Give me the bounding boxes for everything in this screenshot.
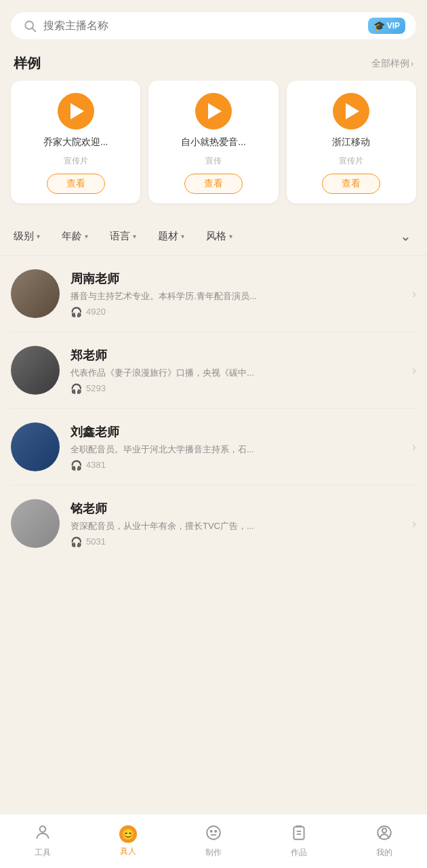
filter-item-年龄[interactable]: 年龄▾ [51, 230, 99, 243]
host-count-0: 4920 [86, 307, 106, 317]
host-item-2[interactable]: 刘鑫老师 全职配音员。毕业于河北大学播音主持系，石... 🎧 4381 › [11, 409, 416, 486]
bottom-nav: 工具😊真人制作作品我的 [0, 814, 427, 868]
sample-view-button-2[interactable]: 查看 [322, 174, 380, 194]
play-icon-1 [208, 103, 222, 119]
chevron-right-icon: › [411, 59, 413, 68]
section-header: 样例 全部样例 › [0, 49, 427, 81]
svg-line-1 [33, 28, 36, 32]
nav-item-我的[interactable]: 我的 [342, 814, 427, 868]
nav-icon-0 [34, 824, 52, 844]
sample-title-0: 乔家大院欢迎... [20, 136, 131, 149]
host-item-1[interactable]: 郑老师 代表作品《妻子浪漫旅行》口播，央视《碳中... 🎧 5293 › [11, 332, 416, 409]
nav-label-0: 工具 [35, 847, 51, 859]
svg-point-10 [382, 829, 387, 833]
nav-icon-1: 😊 [119, 825, 137, 843]
filter-item-级别[interactable]: 级别▾ [11, 230, 51, 243]
svg-point-5 [215, 831, 216, 832]
nav-item-作品[interactable]: 作品 [256, 814, 342, 868]
host-list: 周南老师 播音与主持艺术专业。本科学历.青年配音演员... 🎧 4920 › 郑… [0, 256, 427, 561]
sample-tag-0: 宣传片 [64, 155, 88, 167]
host-count-1: 5293 [86, 383, 106, 393]
sample-tag-1: 宣传 [205, 155, 222, 167]
svg-point-4 [211, 831, 212, 832]
play-button-0[interactable] [58, 93, 94, 130]
search-input[interactable] [43, 20, 404, 32]
host-info-3: 铭老师 资深配音员，从业十年有余，擅长TVC广告，... 🎧 5031 [70, 500, 401, 547]
samples-container: 乔家大院欢迎... 宣传片 查看 自小就热爱音... 宣传 查看 浙江移动 宣传… [0, 81, 427, 217]
play-icon-0 [70, 103, 84, 119]
nav-label-3: 作品 [291, 847, 307, 859]
nav-icon-2 [205, 824, 222, 844]
nav-item-真人[interactable]: 😊真人 [85, 814, 171, 868]
filter-item-题材[interactable]: 题材▾ [147, 230, 195, 243]
host-item-0[interactable]: 周南老师 播音与主持艺术专业。本科学历.青年配音演员... 🎧 4920 › [11, 256, 416, 332]
host-desc-1: 代表作品《妻子浪漫旅行》口播，央视《碳中... [70, 367, 401, 379]
host-avatar-0 [11, 269, 60, 318]
nav-active-icon: 😊 [119, 825, 137, 843]
host-chevron-icon-2: › [412, 440, 416, 454]
svg-point-3 [207, 826, 220, 840]
play-button-2[interactable] [333, 93, 369, 130]
host-stats-1: 🎧 5293 [70, 383, 401, 394]
filter-label-1: 年龄 [62, 230, 82, 243]
section-title: 样例 [14, 54, 41, 73]
expand-icon: ⌄ [400, 228, 411, 244]
svg-point-2 [40, 826, 46, 832]
host-stats-2: 🎧 4381 [70, 460, 401, 471]
sample-view-button-0[interactable]: 查看 [47, 174, 105, 194]
host-desc-3: 资深配音员，从业十年有余，擅长TVC广告，... [70, 520, 401, 532]
filter-label-3: 题材 [158, 230, 178, 243]
sample-card-2: 浙江移动 宣传片 查看 [287, 81, 416, 203]
filter-dropdown-icon-3: ▾ [181, 233, 184, 240]
filter-expand-button[interactable]: ⌄ [394, 225, 416, 247]
filter-dropdown-icon-1: ▾ [85, 233, 88, 240]
host-chevron-icon-0: › [412, 287, 416, 301]
headphone-icon-0: 🎧 [70, 307, 82, 317]
filter-dropdown-icon-4: ▾ [229, 233, 232, 240]
host-info-0: 周南老师 播音与主持艺术专业。本科学历.青年配音演员... 🎧 4920 [70, 271, 401, 317]
nav-item-制作[interactable]: 制作 [171, 814, 256, 868]
filter-item-风格[interactable]: 风格▾ [195, 230, 243, 243]
play-icon-2 [346, 103, 359, 119]
host-info-1: 郑老师 代表作品《妻子浪漫旅行》口播，央视《碳中... 🎧 5293 [70, 347, 401, 394]
filter-label-4: 风格 [206, 230, 226, 243]
host-avatar-3 [11, 499, 60, 548]
host-count-2: 4381 [86, 460, 106, 470]
nav-icon-4 [375, 824, 393, 844]
filter-bar: 级别▾年龄▾语言▾题材▾风格▾⌄ [0, 217, 427, 256]
host-desc-2: 全职配音员。毕业于河北大学播音主持系，石... [70, 443, 401, 456]
host-info-2: 刘鑫老师 全职配音员。毕业于河北大学播音主持系，石... 🎧 4381 [70, 424, 401, 471]
host-chevron-icon-3: › [412, 517, 416, 531]
host-stats-3: 🎧 5031 [70, 536, 401, 547]
nav-item-工具[interactable]: 工具 [0, 814, 85, 868]
host-name-2: 刘鑫老师 [70, 424, 401, 440]
filter-label-2: 语言 [110, 230, 130, 243]
host-avatar-2 [11, 422, 60, 471]
vip-crown-icon: 🎓 [373, 20, 385, 31]
vip-badge[interactable]: 🎓 VIP [368, 18, 405, 34]
headphone-icon-1: 🎧 [70, 383, 82, 394]
svg-rect-6 [293, 827, 304, 839]
nav-label-2: 制作 [205, 847, 222, 859]
filter-dropdown-icon-0: ▾ [37, 233, 40, 240]
vip-label: VIP [387, 21, 400, 31]
section-more-label: 全部样例 [371, 58, 409, 70]
host-desc-0: 播音与主持艺术专业。本科学历.青年配音演员... [70, 290, 401, 302]
filter-dropdown-icon-2: ▾ [133, 233, 136, 240]
nav-label-4: 我的 [376, 847, 392, 859]
sample-tag-2: 宣传片 [339, 155, 363, 167]
host-chevron-icon-1: › [412, 363, 416, 378]
filter-label-0: 级别 [14, 230, 34, 243]
search-bar: 🎓 VIP [11, 12, 416, 39]
sample-title-1: 自小就热爱音... [158, 136, 268, 149]
nav-label-1: 真人 [120, 846, 136, 857]
section-more-link[interactable]: 全部样例 › [371, 58, 413, 70]
host-item-3[interactable]: 铭老师 资深配音员，从业十年有余，擅长TVC广告，... 🎧 5031 › [11, 486, 416, 561]
host-avatar-1 [11, 346, 60, 395]
search-icon [23, 19, 37, 33]
play-button-1[interactable] [195, 93, 232, 130]
filter-item-语言[interactable]: 语言▾ [99, 230, 147, 243]
search-bar-wrapper: 🎓 VIP [0, 0, 427, 49]
sample-view-button-1[interactable]: 查看 [184, 174, 243, 194]
nav-icon-3 [290, 824, 308, 844]
